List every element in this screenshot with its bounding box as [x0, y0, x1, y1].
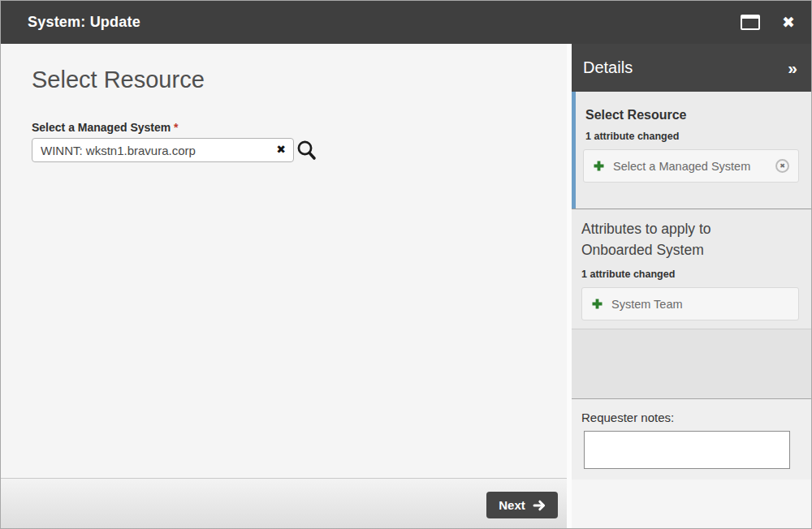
field-label-text: Select a Managed System	[32, 121, 171, 134]
section-select-resource: Select Resource 1 attribute changed Sele…	[572, 92, 811, 209]
changed-attribute-label: Select a Managed System	[613, 160, 750, 173]
arrow-right-icon	[533, 500, 546, 511]
plus-icon	[592, 299, 603, 309]
requester-notes-section: Requester notes:	[572, 398, 811, 480]
required-marker: *	[174, 121, 178, 134]
window-controls: ✖	[741, 15, 795, 30]
next-button-label: Next	[499, 498, 525, 512]
sidebar-spacer	[572, 329, 811, 398]
page-title: Select Resource	[32, 67, 205, 93]
system-update-dialog: System: Update ✖ Select Resource Select …	[0, 0, 812, 529]
search-icon[interactable]	[296, 139, 317, 162]
lookup-input-wrap: ✖	[32, 138, 294, 162]
changed-attribute-item[interactable]: System Team	[581, 287, 799, 320]
attribute-changed-status: 1 attribute changed	[581, 269, 799, 280]
changed-attribute-label: System Team	[611, 298, 683, 311]
main-panel: Select Resource Select a Managed System …	[1, 44, 567, 478]
main-footer: Next	[1, 478, 567, 528]
managed-system-search-row: ✖	[32, 138, 317, 162]
window-title: System: Update	[28, 14, 140, 31]
changed-attribute-item[interactable]: Select a Managed System ✖	[583, 149, 799, 183]
plus-icon	[594, 161, 604, 171]
maximize-icon[interactable]	[741, 15, 760, 30]
remove-attribute-icon[interactable]: ✖	[775, 159, 789, 173]
section-onboarded-attributes: Attributes to apply to Onboarded System …	[572, 209, 811, 329]
details-sidebar: Details » Select Resource 1 attribute ch…	[572, 44, 811, 528]
section-title: Select Resource	[585, 108, 799, 123]
requester-notes-input[interactable]	[584, 431, 790, 469]
managed-system-field-label: Select a Managed System *	[32, 121, 179, 134]
attribute-changed-status: 1 attribute changed	[585, 131, 799, 142]
details-title: Details	[583, 58, 633, 77]
collapse-sidebar-icon[interactable]: »	[788, 59, 797, 76]
managed-system-input[interactable]	[32, 138, 294, 162]
next-button[interactable]: Next	[486, 492, 558, 518]
clear-input-icon[interactable]: ✖	[276, 144, 286, 155]
close-icon[interactable]: ✖	[782, 15, 795, 30]
section-title: Attributes to apply to Onboarded System	[581, 218, 768, 260]
details-header: Details »	[572, 44, 811, 92]
titlebar: System: Update ✖	[1, 1, 811, 44]
requester-notes-label: Requester notes:	[581, 411, 674, 424]
